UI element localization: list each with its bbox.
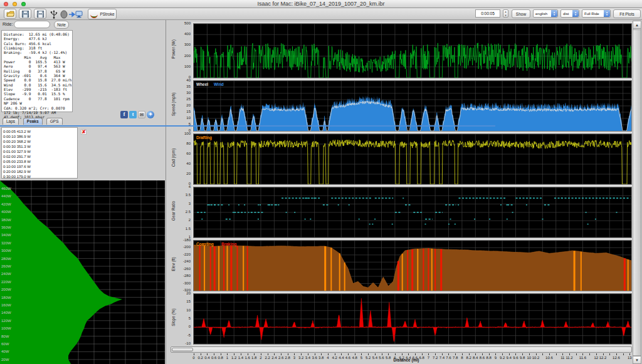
x-tick: [294, 353, 295, 355]
save-as-button[interactable]: [34, 9, 46, 19]
x-tick: [469, 353, 470, 355]
peaks-list: 0:00:05 413.2 W0:00:10 386.9 W0:00:20 36…: [2, 128, 77, 179]
tab-gps[interactable]: GPS: [46, 118, 63, 125]
close-peaks-icon[interactable]: ✘: [81, 129, 87, 135]
x-tick: [261, 353, 261, 355]
fit-plots-button[interactable]: Fit Plots: [613, 9, 641, 18]
plot-elev[interactable]: [193, 240, 632, 291]
share-facebook-icon[interactable]: f: [120, 111, 128, 118]
svg-text:380W: 380W: [1, 218, 11, 222]
horizontal-scrollbar-thumb[interactable]: [172, 348, 193, 351]
x-tick-label: 11.2: [564, 356, 575, 360]
x-tick: [542, 353, 543, 355]
time-stepper[interactable]: ▲▼: [503, 9, 508, 18]
svg-text:300W: 300W: [1, 249, 11, 252]
units-select[interactable]: english ▲▼: [533, 9, 558, 18]
svg-text:140W: 140W: [1, 311, 11, 315]
units-select-arrows-icon: ▲▼: [551, 10, 557, 17]
x-tick: [616, 353, 617, 355]
share-safari-icon[interactable]: ✦: [147, 111, 154, 118]
show-button[interactable]: Show: [512, 9, 530, 18]
plot-elev-ylabel: Elev (ft): [171, 239, 176, 289]
open-file-button[interactable]: [4, 9, 16, 19]
svg-text:260W: 260W: [1, 264, 11, 268]
peak-row[interactable]: 0:30:00 179.0 W: [3, 174, 77, 179]
x-tick: [355, 353, 355, 355]
x-tick: [442, 353, 443, 355]
share-twitter-icon[interactable]: t: [129, 111, 137, 118]
note-label: Note: [57, 23, 66, 27]
x-tick: [301, 353, 302, 355]
svg-text:420W: 420W: [1, 202, 11, 206]
splitter-bar[interactable]: [0, 125, 495, 127]
x-tick: [589, 353, 590, 355]
peak-row[interactable]: 0:00:20 368.2 W: [3, 139, 77, 144]
ride-summary-text: Distance: 12.65 mi (0:48:06) Energy: 477…: [2, 31, 72, 120]
range-select[interactable]: Full Ride ▲▼: [582, 9, 611, 18]
tab-laps[interactable]: Laps: [3, 118, 19, 125]
usb-icon: [50, 9, 58, 19]
vertical-scrollbar[interactable]: ▲ ▼: [633, 21, 641, 364]
note-button[interactable]: Note: [54, 21, 69, 29]
x-tick-label: 12.6: [611, 356, 622, 360]
scroll-down-icon[interactable]: ▼: [633, 356, 641, 363]
x-tick: [422, 353, 423, 355]
legend-wheel: Wheel: [196, 82, 208, 86]
xaxis-mode-select[interactable]: dist ▲▼: [560, 9, 579, 18]
plot-speed[interactable]: [193, 80, 632, 132]
power-distribution-chart[interactable]: 460W440W420W400W380W360W340W320W300W280W…: [0, 180, 165, 364]
pstroke-button[interactable]: PStroke: [88, 9, 117, 19]
save-button[interactable]: [19, 9, 31, 19]
vertical-scrollbar-thumb[interactable]: [633, 29, 641, 356]
ride-name-input[interactable]: [14, 21, 50, 28]
peak-row[interactable]: 0:10:00 197.6 W: [3, 164, 77, 169]
x-tick: [428, 353, 429, 355]
x-tick: [415, 353, 416, 355]
peak-row[interactable]: 0:20:00 182.9 W: [3, 169, 77, 174]
svg-text:460W: 460W: [1, 187, 11, 190]
x-tick: [502, 353, 503, 355]
plot-slope[interactable]: [193, 293, 632, 345]
share-mail-icon[interactable]: ✉: [138, 111, 145, 118]
tab-peaks[interactable]: Peaks: [23, 118, 43, 125]
peak-row[interactable]: 0:02:00 291.7 W: [3, 154, 77, 159]
legend-coasting: Coasting: [196, 242, 214, 246]
x-tick: [328, 353, 329, 355]
x-tick: [509, 353, 510, 355]
title-bar: Isaac for Mac: iBike_07_14_2019_1007_20_…: [0, 0, 642, 8]
time-field[interactable]: [475, 9, 500, 18]
peak-row[interactable]: 0:00:30 351.3 W: [3, 144, 77, 149]
svg-text:280W: 280W: [1, 257, 11, 261]
plot-power[interactable]: [193, 23, 632, 78]
x-tick: [308, 353, 308, 355]
svg-text:240W: 240W: [1, 272, 11, 276]
x-tick: [582, 353, 583, 355]
plot-slope-ylabel: Slope (%): [171, 293, 176, 343]
usb-import-button[interactable]: [50, 9, 58, 19]
x-tick: [522, 353, 523, 355]
x-tick: [375, 353, 376, 355]
download-to-computer-icon: [60, 9, 83, 19]
x-tick-label: 10.2: [530, 356, 542, 360]
x-tick: [248, 353, 248, 355]
x-tick: [629, 353, 630, 355]
peak-row[interactable]: 0:00:10 386.9 W: [3, 134, 77, 139]
x-tick: [569, 353, 570, 355]
scroll-up-icon[interactable]: ▲: [633, 21, 641, 29]
svg-text:200W: 200W: [1, 288, 11, 291]
download-ride-button[interactable]: [60, 9, 83, 19]
svg-text:40W: 40W: [1, 350, 9, 353]
peak-row[interactable]: 0:00:05 413.2 W: [3, 129, 77, 134]
x-tick-label: 11.6: [577, 356, 588, 360]
panel-divider[interactable]: [166, 20, 166, 364]
peak-row[interactable]: 0:01:00 327.9 W: [3, 149, 77, 154]
x-tick-label: 10.6: [544, 356, 555, 360]
plot-cad[interactable]: [193, 133, 632, 185]
x-tick: [448, 353, 449, 355]
horizontal-scrollbar[interactable]: [171, 346, 632, 353]
x-tick: [341, 353, 342, 355]
x-tick: [348, 353, 349, 355]
peak-row[interactable]: 0:05:00 233.8 W: [3, 159, 77, 164]
plot-speed-ylabel: Speed (mph): [171, 80, 176, 130]
plot-gear[interactable]: [193, 187, 632, 238]
